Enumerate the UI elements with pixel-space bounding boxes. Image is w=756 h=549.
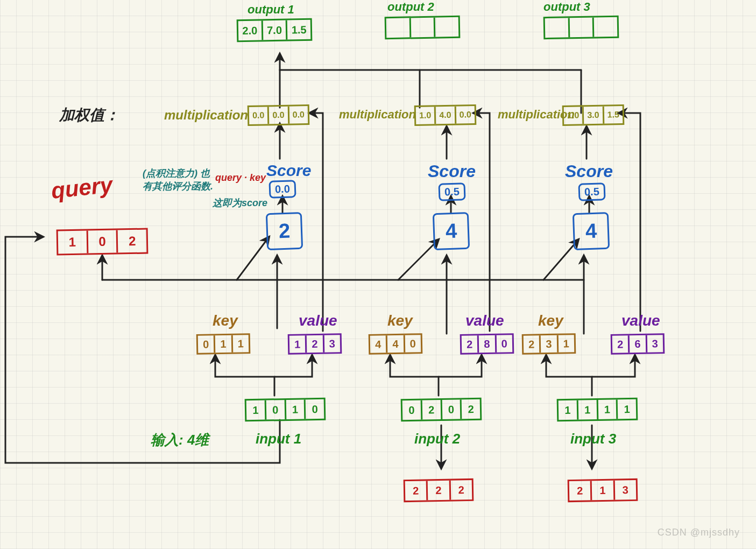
output2-cell-2: [435, 17, 458, 37]
mult3-box: 1.0 3.0 1.5: [562, 104, 625, 126]
bottom2-cell-1: 2: [428, 481, 451, 501]
output3-cell-1: [569, 18, 594, 38]
value2-cell-2: 0: [496, 335, 512, 353]
input2-box: 0 2 0 2: [401, 398, 482, 422]
mult1-box: 0.0 0.0 0.0: [248, 104, 310, 126]
output1-label: output 1: [248, 3, 294, 17]
key3-cell-1: 3: [541, 335, 559, 353]
input3-cell-2: 1: [598, 399, 618, 419]
weighted-sum-label: 加权值：: [59, 105, 119, 125]
input2-cell-1: 2: [422, 400, 442, 420]
score2-softmax-val: 0.5: [444, 186, 460, 199]
input1-cell-3: 0: [306, 399, 324, 419]
output2-cell-1: [411, 18, 435, 38]
value3-cell-2: 3: [647, 335, 663, 353]
score2-raw: 4: [433, 212, 470, 250]
output2-label: output 2: [387, 0, 434, 14]
key-label-2: key: [387, 312, 413, 329]
input3-cell-0: 1: [559, 400, 578, 420]
value2-cell-0: 2: [462, 335, 479, 353]
score-note-result: 这即为score: [213, 196, 267, 209]
bottom3-cell-2: 3: [614, 480, 636, 500]
output2-cell-0: [386, 18, 411, 38]
score3-raw: 4: [573, 212, 610, 250]
key2-cell-0: 4: [370, 335, 388, 353]
mult2-cell-0: 1.0: [416, 107, 436, 124]
bottom-vec-2: 2 2 2: [404, 478, 474, 502]
key3-box: 2 3 1: [522, 333, 576, 355]
score1-softmax: 0.0: [269, 180, 296, 199]
query-cell-0: 1: [58, 230, 88, 254]
key-label-3: key: [538, 312, 563, 329]
mult2-cell-2: 0.0: [456, 106, 475, 124]
score1-raw: 2: [266, 212, 303, 250]
watermark: CSDN @mjssdhy: [658, 527, 740, 538]
output1-cell-0: 2.0: [238, 20, 263, 40]
key3-cell-2: 1: [558, 335, 574, 353]
input3-cell-3: 1: [618, 399, 636, 419]
output3-cell-0: [545, 18, 570, 38]
key1-cell-1: 1: [215, 335, 233, 353]
value-label-1: value: [299, 312, 337, 329]
output2-box: [385, 16, 461, 39]
value3-box: 2 6 3: [611, 333, 665, 355]
input-prefix-label: 输入: 4维: [151, 431, 209, 449]
value-label-2: value: [465, 312, 504, 329]
score1-raw-val: 2: [278, 220, 291, 243]
query-cell-1: 0: [88, 230, 118, 253]
input3-label: input 3: [570, 431, 616, 447]
query-cell-2: 2: [118, 230, 146, 253]
score-label-1: Score: [266, 161, 311, 180]
value3-cell-1: 6: [630, 335, 647, 353]
mult2-cell-1: 4.0: [436, 107, 456, 124]
mult3-cell-1: 3.0: [584, 107, 604, 124]
score1-softmax-val: 0.0: [275, 183, 291, 196]
score2-softmax: 0.5: [438, 182, 465, 201]
key3-cell-0: 2: [524, 335, 541, 353]
query-box: 1 0 2: [56, 228, 149, 256]
output1-cell-2: 1.5: [287, 20, 310, 40]
input1-cell-1: 0: [266, 400, 286, 420]
input1-box: 1 0 1 0: [245, 398, 326, 422]
input1-cell-2: 1: [286, 399, 306, 419]
key1-box: 0 1 1: [196, 333, 251, 355]
score-label-2: Score: [428, 161, 476, 181]
score3-softmax: 0.5: [578, 182, 605, 201]
key2-box: 4 4 0: [369, 333, 423, 355]
mult1-cell-1: 0.0: [269, 107, 289, 124]
input2-cell-2: 0: [442, 399, 462, 419]
score3-softmax-val: 0.5: [584, 186, 600, 199]
key2-cell-2: 0: [405, 335, 421, 353]
multiplication-label-2: multiplication: [339, 108, 416, 122]
value3-cell-0: 2: [612, 335, 630, 353]
value-label-3: value: [621, 312, 660, 329]
output1-cell-1: 7.0: [263, 20, 287, 40]
value1-box: 1 2 3: [288, 333, 342, 355]
bottom2-cell-2: 2: [450, 480, 472, 500]
arrows-layer: [0, 0, 756, 549]
mult1-cell-2: 0.0: [289, 106, 308, 124]
output1-box: 2.0 7.0 1.5: [237, 18, 313, 42]
input2-cell-0: 0: [402, 400, 422, 420]
key1-cell-2: 1: [232, 335, 249, 353]
score3-raw-val: 4: [585, 220, 597, 243]
mult2-box: 1.0 4.0 0.0: [414, 104, 477, 126]
input2-cell-3: 2: [462, 399, 480, 419]
value2-box: 2 8 0: [460, 333, 514, 355]
input3-box: 1 1 1 1: [557, 398, 638, 422]
value1-cell-0: 1: [289, 335, 307, 353]
score-note-formula: query · key: [215, 172, 266, 184]
output3-cell-2: [594, 17, 617, 37]
output3-label: output 3: [543, 0, 590, 14]
input2-label: input 2: [414, 431, 460, 447]
key2-cell-1: 4: [387, 335, 405, 353]
score-label-3: Score: [565, 161, 613, 181]
bottom3-cell-1: 1: [592, 481, 615, 501]
bottom3-cell-0: 2: [569, 481, 592, 501]
mult3-cell-2: 1.5: [604, 106, 623, 124]
value1-cell-1: 2: [307, 335, 324, 353]
value2-cell-1: 8: [479, 335, 497, 353]
score2-raw-val: 4: [445, 220, 457, 243]
query-label: query: [50, 172, 114, 204]
key1-cell-0: 0: [198, 335, 216, 353]
